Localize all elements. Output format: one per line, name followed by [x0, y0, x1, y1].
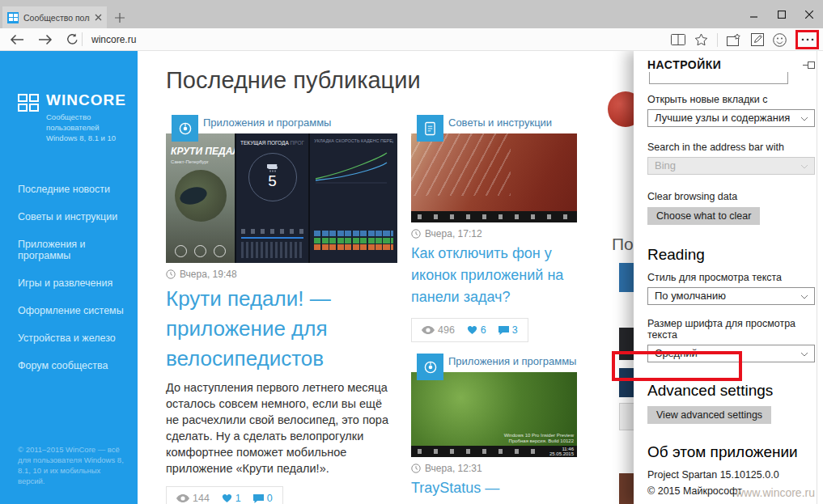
- window-close-button[interactable]: [805, 11, 813, 19]
- article-image[interactable]: [411, 133, 577, 222]
- taskbar-date: 25.05.2015: [549, 451, 574, 456]
- page-title: Последние публикации: [166, 67, 421, 94]
- site-logo[interactable]: WINCORE Сообщество пользователей Windows…: [18, 91, 138, 143]
- browser-toolbar: wincore.ru: [0, 28, 823, 51]
- chart-tabs: УКЛАДКА СКОРОСТЬ КАДЕНС ПЕРЕДАТОЧНЫЕ ЧИС…: [314, 138, 393, 143]
- partial-dropdown[interactable]: [649, 72, 788, 84]
- window-maximize-button[interactable]: [778, 11, 786, 19]
- weather-temp-circle: 5: [248, 153, 297, 201]
- screenshot-taskbar: [411, 211, 577, 222]
- category-badge-apps[interactable]: [417, 354, 443, 380]
- annotation-box-more: [795, 30, 819, 49]
- feedback-smiley-icon[interactable]: [773, 33, 787, 47]
- article-category-link[interactable]: Приложения и программы: [448, 354, 577, 372]
- advanced-section-heading: Advanced settings: [647, 382, 815, 400]
- eye-icon: [176, 494, 189, 502]
- article-excerpt: До наступления первого летнего месяца ос…: [166, 379, 397, 476]
- open-tabs-dropdown[interactable]: Лучшие узлы и содержания: [647, 109, 815, 127]
- article-date: Вчера, 12:31: [425, 463, 482, 474]
- sidebar-item-games[interactable]: Игры и развлечения: [0, 269, 138, 297]
- reading-style-label: Стиль для просмотра текста: [647, 272, 815, 283]
- tab-close-icon[interactable]: [95, 14, 102, 21]
- weather-temp-value: 5: [268, 172, 277, 190]
- tab-title: Сообщество пользовате…: [23, 13, 90, 23]
- more-actions-icon[interactable]: [801, 38, 814, 41]
- article-card-1: Приложения и программы КРУТИ ПЕДАЛ Санкт…: [166, 115, 397, 504]
- article-stats: 144 1 0: [166, 486, 283, 504]
- forward-button[interactable]: [38, 34, 53, 45]
- view-advanced-settings-button[interactable]: View advanced settings: [647, 406, 771, 424]
- article-card-2: Советы и инструкции Вчера, 17:12 Как отк…: [411, 115, 577, 342]
- settings-header: НАСТРОЙКИ: [647, 58, 721, 71]
- sidebar-item-devices[interactable]: Устройства и железо: [0, 324, 138, 352]
- collage-chart-screen: УКЛАДКА СКОРОСТЬ КАДЕНС ПЕРЕДАТОЧНЫЕ ЧИС…: [310, 133, 397, 263]
- likes-counter[interactable]: 6: [467, 324, 486, 336]
- about-section-heading: Об этом приложении: [647, 443, 815, 461]
- choose-what-to-clear-button[interactable]: Choose what to clear: [647, 207, 760, 225]
- category-badge-apps[interactable]: [172, 115, 198, 142]
- screenshot-taskbar: 11:46 25.05.2015: [411, 446, 577, 457]
- reading-section-heading: Reading: [647, 246, 815, 264]
- popular-thumbnail[interactable]: [619, 473, 635, 504]
- collage-app-title: КРУТИ ПЕДАЛ: [171, 146, 230, 157]
- article-title-link[interactable]: Крути педали! — приложение для велосипед…: [166, 284, 397, 374]
- page-content: WINCORE Сообщество пользователей Windows…: [0, 51, 823, 504]
- category-badge-tips[interactable]: [417, 115, 443, 142]
- reading-font-label: Размер шрифта для просмотра текста: [647, 318, 815, 341]
- collage-map-circle: [175, 170, 227, 222]
- site-watermark: www.wincore.ru: [736, 486, 815, 499]
- reading-view-icon[interactable]: [671, 34, 685, 45]
- search-provider-label: Search in the address bar with: [647, 142, 815, 153]
- sidebar-item-themes[interactable]: Оформление системы: [0, 297, 138, 324]
- chevron-down-icon: [800, 164, 808, 169]
- article-date: Вчера, 19:48: [180, 269, 237, 280]
- sidebar-item-apps[interactable]: Приложения и программы: [0, 231, 138, 269]
- about-app-version: Project Spartan 15.10125.0.0: [647, 469, 815, 481]
- browser-tab[interactable]: Сообщество пользовате…: [2, 6, 107, 28]
- chevron-down-icon: [800, 352, 808, 357]
- web-note-icon[interactable]: [751, 33, 764, 46]
- popular-thumbnail[interactable]: [619, 263, 635, 292]
- sidebar-item-tips[interactable]: Советы и инструкции: [0, 203, 138, 231]
- article-category-link[interactable]: Советы и инструкции: [448, 115, 577, 133]
- popular-thumbnail[interactable]: [619, 403, 635, 430]
- logo-subtitle-2: Windows 8, 8.1 и 10: [46, 133, 138, 143]
- reading-style-dropdown[interactable]: По умолчанию: [647, 287, 815, 305]
- tab-bar: Сообщество пользовате…: [0, 0, 823, 28]
- back-button[interactable]: [10, 34, 24, 45]
- window-minimize-button[interactable]: [750, 11, 758, 19]
- article-category-link[interactable]: Приложения и программы: [203, 115, 397, 133]
- clock-icon: [166, 269, 176, 279]
- clear-data-label: Clear browsing data: [647, 191, 815, 202]
- views-counter: 496: [422, 324, 455, 336]
- sidebar-item-news[interactable]: Последние новости: [0, 176, 138, 203]
- collage-app-location: Санкт-Петербург: [171, 159, 230, 164]
- address-bar[interactable]: wincore.ru: [91, 34, 136, 45]
- sidebar-item-forum[interactable]: Форум сообщества: [0, 352, 138, 379]
- search-provider-dropdown: Bing: [647, 157, 815, 175]
- new-tab-button[interactable]: [115, 11, 125, 26]
- favorites-star-icon[interactable]: [694, 33, 708, 46]
- article-stats: 496 6 3: [411, 318, 528, 342]
- annotation-box-advanced: [612, 351, 742, 381]
- collage-app-screen: КРУТИ ПЕДАЛ Санкт-Петербург: [166, 133, 235, 263]
- site-favicon: [7, 12, 19, 23]
- build-watermark-1: Windows 10 Pro Insider Preview: [504, 433, 574, 438]
- comments-counter[interactable]: 0: [253, 493, 273, 504]
- refresh-button[interactable]: [66, 33, 78, 45]
- article-image[interactable]: Windows 10 Pro Insider Preview Пробная в…: [411, 372, 577, 457]
- comments-counter[interactable]: 3: [498, 324, 518, 336]
- clock-icon: [411, 229, 421, 239]
- article-title-link[interactable]: TrayStatus — индикаторы клавиатуры в сис…: [411, 477, 577, 504]
- chevron-down-icon: [800, 116, 808, 121]
- views-counter: 144: [176, 493, 210, 504]
- article-image-collage[interactable]: КРУТИ ПЕДАЛ Санкт-Петербург ТЕКУЩАЯ ПОГО…: [166, 133, 397, 263]
- likes-counter[interactable]: 1: [222, 493, 241, 504]
- article-date: Вчера, 17:12: [425, 228, 482, 239]
- collage-weather-screen: ТЕКУЩАЯ ПОГОДА ПРОГНОЗ НА НЕДЕЛЮ 5: [236, 133, 308, 263]
- build-watermark-2: Пробная версия. Build 10122: [504, 438, 574, 444]
- pin-icon[interactable]: [803, 61, 815, 69]
- hub-icon[interactable]: [727, 34, 742, 46]
- article-title-link[interactable]: Как отключить фон у иконок приложений на…: [411, 243, 577, 308]
- clock-icon: [411, 464, 421, 473]
